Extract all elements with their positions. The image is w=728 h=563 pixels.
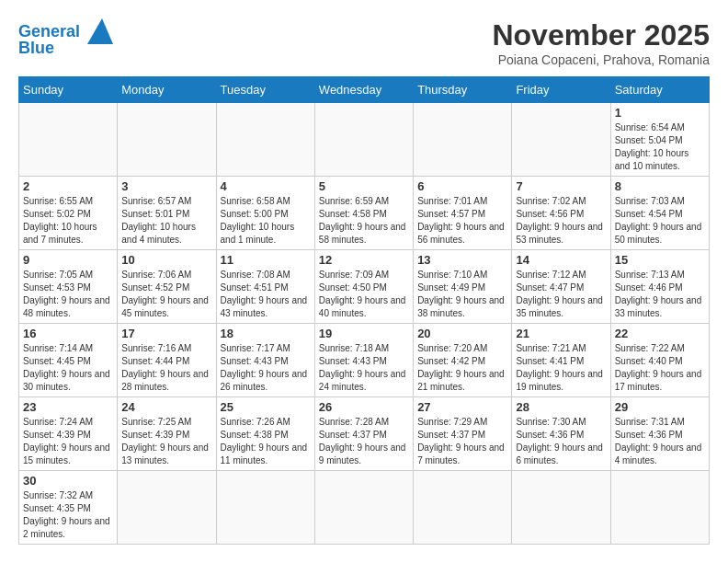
title-block: November 2025 Poiana Copaceni, Prahova, … <box>492 18 710 67</box>
day-number: 2 <box>23 179 113 193</box>
day-number: 4 <box>221 179 311 193</box>
day-info: Sunrise: 7:29 AM Sunset: 4:37 PM Dayligh… <box>417 416 507 467</box>
day-number: 19 <box>319 327 409 340</box>
calendar-cell <box>118 103 216 177</box>
day-info: Sunrise: 6:54 AM Sunset: 5:04 PM Dayligh… <box>615 121 705 173</box>
calendar-cell: 19Sunrise: 7:18 AM Sunset: 4:43 PM Dayli… <box>314 324 413 397</box>
day-of-week-header: Friday <box>512 77 610 103</box>
day-number: 18 <box>221 327 311 340</box>
calendar-cell: 23Sunrise: 7:24 AM Sunset: 4:39 PM Dayli… <box>19 397 118 471</box>
day-info: Sunrise: 7:14 AM Sunset: 4:45 PM Dayligh… <box>23 342 113 394</box>
calendar-cell: 20Sunrise: 7:20 AM Sunset: 4:42 PM Dayli… <box>414 324 512 397</box>
calendar-cell <box>118 471 216 545</box>
calendar-cell <box>314 471 413 545</box>
calendar-cell <box>19 103 118 177</box>
day-number: 6 <box>417 179 507 193</box>
calendar-cell: 16Sunrise: 7:14 AM Sunset: 4:45 PM Dayli… <box>19 324 118 397</box>
calendar-cell: 17Sunrise: 7:16 AM Sunset: 4:44 PM Dayli… <box>118 324 216 397</box>
calendar-cell: 15Sunrise: 7:13 AM Sunset: 4:46 PM Dayli… <box>610 250 709 324</box>
day-of-week-header: Saturday <box>610 77 709 103</box>
day-info: Sunrise: 7:25 AM Sunset: 4:39 PM Dayligh… <box>121 416 211 467</box>
day-of-week-header: Tuesday <box>216 77 314 103</box>
svg-marker-0 <box>87 18 113 44</box>
calendar-cell: 2Sunrise: 6:55 AM Sunset: 5:02 PM Daylig… <box>19 177 118 250</box>
day-info: Sunrise: 7:32 AM Sunset: 4:35 PM Dayligh… <box>23 489 113 541</box>
calendar-cell: 18Sunrise: 7:17 AM Sunset: 4:43 PM Dayli… <box>216 324 314 397</box>
calendar-cell: 7Sunrise: 7:02 AM Sunset: 4:56 PM Daylig… <box>512 177 610 250</box>
calendar-cell: 28Sunrise: 7:30 AM Sunset: 4:36 PM Dayli… <box>512 397 610 471</box>
day-number: 21 <box>516 327 606 340</box>
day-number: 20 <box>417 327 507 340</box>
day-number: 16 <box>23 327 113 340</box>
calendar-cell: 6Sunrise: 7:01 AM Sunset: 4:57 PM Daylig… <box>414 177 512 250</box>
day-number: 30 <box>23 474 113 488</box>
day-info: Sunrise: 7:12 AM Sunset: 4:47 PM Dayligh… <box>516 269 606 320</box>
day-info: Sunrise: 6:59 AM Sunset: 4:58 PM Dayligh… <box>319 195 409 247</box>
day-number: 3 <box>121 179 211 193</box>
day-number: 13 <box>417 253 507 267</box>
calendar-week-row: 9Sunrise: 7:05 AM Sunset: 4:53 PM Daylig… <box>19 250 710 324</box>
day-number: 14 <box>516 253 606 267</box>
calendar-week-row: 30Sunrise: 7:32 AM Sunset: 4:35 PM Dayli… <box>19 471 710 545</box>
day-info: Sunrise: 6:55 AM Sunset: 5:02 PM Dayligh… <box>23 195 113 247</box>
calendar-week-row: 1Sunrise: 6:54 AM Sunset: 5:04 PM Daylig… <box>19 103 710 177</box>
day-number: 23 <box>23 400 113 414</box>
day-info: Sunrise: 7:01 AM Sunset: 4:57 PM Dayligh… <box>417 195 507 247</box>
day-of-week-header: Thursday <box>414 77 512 103</box>
calendar-cell <box>610 471 709 545</box>
calendar-cell: 12Sunrise: 7:09 AM Sunset: 4:50 PM Dayli… <box>314 250 413 324</box>
day-of-week-header: Sunday <box>19 77 118 103</box>
day-info: Sunrise: 7:09 AM Sunset: 4:50 PM Dayligh… <box>319 269 409 320</box>
day-info: Sunrise: 7:28 AM Sunset: 4:37 PM Dayligh… <box>319 416 409 467</box>
day-of-week-header: Wednesday <box>314 77 413 103</box>
day-info: Sunrise: 7:24 AM Sunset: 4:39 PM Dayligh… <box>23 416 113 467</box>
day-number: 17 <box>121 327 211 340</box>
day-info: Sunrise: 7:26 AM Sunset: 4:38 PM Dayligh… <box>221 416 311 467</box>
calendar-cell: 27Sunrise: 7:29 AM Sunset: 4:37 PM Dayli… <box>414 397 512 471</box>
day-number: 7 <box>516 179 606 193</box>
logo-blue-text: Blue <box>18 39 54 58</box>
day-number: 12 <box>319 253 409 267</box>
calendar-cell: 14Sunrise: 7:12 AM Sunset: 4:47 PM Dayli… <box>512 250 610 324</box>
calendar-cell: 4Sunrise: 6:58 AM Sunset: 5:00 PM Daylig… <box>216 177 314 250</box>
day-info: Sunrise: 7:03 AM Sunset: 4:54 PM Dayligh… <box>615 195 705 247</box>
calendar-cell: 1Sunrise: 6:54 AM Sunset: 5:04 PM Daylig… <box>610 103 709 177</box>
calendar-cell <box>414 103 512 177</box>
day-number: 22 <box>615 327 705 340</box>
day-info: Sunrise: 7:06 AM Sunset: 4:52 PM Dayligh… <box>121 269 211 320</box>
day-info: Sunrise: 7:02 AM Sunset: 4:56 PM Dayligh… <box>516 195 606 247</box>
calendar-cell <box>216 103 314 177</box>
calendar-week-row: 2Sunrise: 6:55 AM Sunset: 5:02 PM Daylig… <box>19 177 710 250</box>
day-number: 27 <box>417 400 507 414</box>
calendar-cell: 30Sunrise: 7:32 AM Sunset: 4:35 PM Dayli… <box>19 471 118 545</box>
calendar-cell: 5Sunrise: 6:59 AM Sunset: 4:58 PM Daylig… <box>314 177 413 250</box>
day-number: 11 <box>221 253 311 267</box>
calendar-table: SundayMondayTuesdayWednesdayThursdayFrid… <box>18 76 710 545</box>
calendar-cell <box>216 471 314 545</box>
calendar-subtitle: Poiana Copaceni, Prahova, Romania <box>492 52 710 67</box>
day-info: Sunrise: 7:05 AM Sunset: 4:53 PM Dayligh… <box>23 269 113 320</box>
calendar-cell: 8Sunrise: 7:03 AM Sunset: 4:54 PM Daylig… <box>610 177 709 250</box>
day-info: Sunrise: 6:57 AM Sunset: 5:01 PM Dayligh… <box>121 195 211 247</box>
calendar-week-row: 23Sunrise: 7:24 AM Sunset: 4:39 PM Dayli… <box>19 397 710 471</box>
day-number: 5 <box>319 179 409 193</box>
day-number: 26 <box>319 400 409 414</box>
day-info: Sunrise: 7:17 AM Sunset: 4:43 PM Dayligh… <box>221 342 311 394</box>
calendar-cell: 25Sunrise: 7:26 AM Sunset: 4:38 PM Dayli… <box>216 397 314 471</box>
day-of-week-header: Monday <box>118 77 216 103</box>
day-info: Sunrise: 7:16 AM Sunset: 4:44 PM Dayligh… <box>121 342 211 394</box>
day-info: Sunrise: 6:58 AM Sunset: 5:00 PM Dayligh… <box>221 195 311 247</box>
calendar-cell: 22Sunrise: 7:22 AM Sunset: 4:40 PM Dayli… <box>610 324 709 397</box>
day-info: Sunrise: 7:13 AM Sunset: 4:46 PM Dayligh… <box>615 269 705 320</box>
calendar-cell: 24Sunrise: 7:25 AM Sunset: 4:39 PM Dayli… <box>118 397 216 471</box>
calendar-cell: 3Sunrise: 6:57 AM Sunset: 5:01 PM Daylig… <box>118 177 216 250</box>
day-number: 10 <box>121 253 211 267</box>
calendar-title: November 2025 <box>492 18 710 52</box>
day-info: Sunrise: 7:22 AM Sunset: 4:40 PM Dayligh… <box>615 342 705 394</box>
day-number: 9 <box>23 253 113 267</box>
day-number: 25 <box>221 400 311 414</box>
page-header: General Blue November 2025 Poiana Copace… <box>18 18 710 67</box>
calendar-cell <box>512 103 610 177</box>
calendar-cell <box>414 471 512 545</box>
logo-icon <box>84 18 113 44</box>
